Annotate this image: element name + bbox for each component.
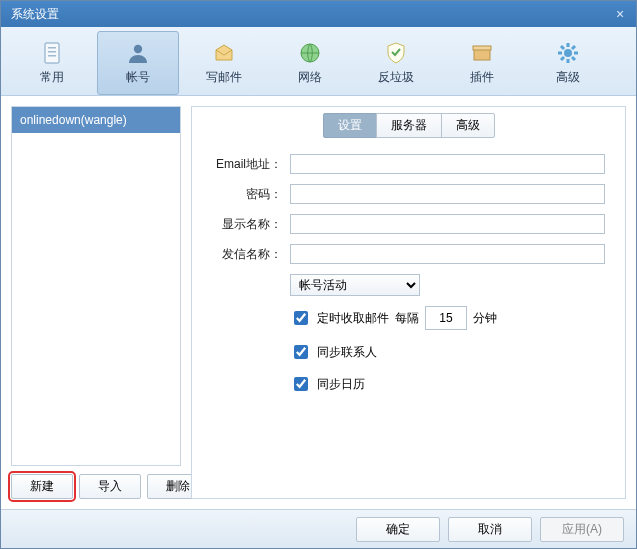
toolbar-advanced[interactable]: 高级: [527, 31, 609, 95]
minutes-label: 分钟: [473, 310, 497, 327]
subtab-settings[interactable]: 设置: [323, 113, 377, 138]
toolbar-label: 高级: [556, 69, 580, 86]
toolbar-general[interactable]: 常用: [11, 31, 93, 95]
svg-line-15: [572, 46, 575, 49]
toolbar-compose[interactable]: 写邮件: [183, 31, 265, 95]
svg-rect-7: [473, 46, 491, 50]
svg-point-8: [564, 49, 572, 57]
email-label: Email地址：: [202, 156, 290, 173]
svg-line-14: [572, 57, 575, 60]
window-title: 系统设置: [11, 6, 610, 23]
toolbar-label: 写邮件: [206, 69, 242, 86]
cancel-button[interactable]: 取消: [448, 517, 532, 542]
account-list[interactable]: onlinedown(wangle): [11, 106, 181, 466]
account-actions: 新建 导入 删除: [11, 474, 181, 499]
svg-point-4: [134, 44, 142, 52]
subtab-advanced[interactable]: 高级: [441, 113, 495, 138]
display-name-label: 显示名称：: [202, 216, 290, 233]
import-account-button[interactable]: 导入: [79, 474, 141, 499]
svg-line-16: [561, 57, 564, 60]
dialog-footer: 确定 取消 应用(A): [1, 509, 636, 548]
display-name-field[interactable]: [290, 214, 605, 234]
account-form: Email地址： 密码： 显示名称： 发信名称：: [192, 138, 625, 416]
apply-button: 应用(A): [540, 517, 624, 542]
password-label: 密码：: [202, 186, 290, 203]
titlebar: 系统设置 ×: [1, 1, 636, 27]
toolbar-antispam[interactable]: 反垃圾: [355, 31, 437, 95]
toolbar-label: 常用: [40, 69, 64, 86]
person-icon: [126, 41, 150, 65]
toolbar-label: 插件: [470, 69, 494, 86]
compose-icon: [212, 41, 236, 65]
settings-window: 系统设置 × 常用 帐号 写邮件 网络: [0, 0, 637, 549]
account-item[interactable]: onlinedown(wangle): [12, 107, 180, 133]
svg-rect-3: [48, 55, 56, 57]
autocheck-checkbox[interactable]: [294, 311, 308, 325]
content-body: onlinedown(wangle) 新建 导入 删除 设置 服务器 高级 Em…: [1, 96, 636, 509]
autocheck-label: 定时收取邮件: [317, 310, 389, 327]
main-toolbar: 常用 帐号 写邮件 网络 反垃圾: [1, 27, 636, 96]
interval-field[interactable]: [425, 306, 467, 330]
svg-rect-0: [45, 43, 59, 63]
sync-contacts-label: 同步联系人: [317, 344, 377, 361]
toolbar-network[interactable]: 网络: [269, 31, 351, 95]
sender-name-field[interactable]: [290, 244, 605, 264]
subtab-server[interactable]: 服务器: [376, 113, 442, 138]
shield-icon: [384, 41, 408, 65]
toolbar-plugins[interactable]: 插件: [441, 31, 523, 95]
toolbar-label: 帐号: [126, 69, 150, 86]
sync-calendar-label: 同步日历: [317, 376, 365, 393]
toolbar-label: 反垃圾: [378, 69, 414, 86]
account-sidebar: onlinedown(wangle) 新建 导入 删除: [11, 106, 181, 499]
toolbar-label: 网络: [298, 69, 322, 86]
ok-button[interactable]: 确定: [356, 517, 440, 542]
box-icon: [470, 41, 494, 65]
account-activity-select[interactable]: 帐号活动: [290, 274, 420, 296]
svg-rect-6: [474, 49, 490, 60]
account-detail-panel: 设置 服务器 高级 Email地址： 密码： 显示名称： 发信名称: [191, 106, 626, 499]
password-field[interactable]: [290, 184, 605, 204]
globe-icon: [298, 41, 322, 65]
close-icon[interactable]: ×: [610, 5, 630, 23]
sync-calendar-checkbox[interactable]: [294, 377, 308, 391]
svg-line-13: [561, 46, 564, 49]
subtab-bar: 设置 服务器 高级: [192, 107, 625, 138]
toolbar-account[interactable]: 帐号: [97, 31, 179, 95]
svg-rect-2: [48, 51, 56, 53]
sender-name-label: 发信名称：: [202, 246, 290, 263]
sync-contacts-checkbox[interactable]: [294, 345, 308, 359]
gear-icon: [556, 41, 580, 65]
new-account-button[interactable]: 新建: [11, 474, 73, 499]
every-label: 每隔: [395, 310, 419, 327]
page-icon: [40, 41, 64, 65]
svg-rect-1: [48, 47, 56, 49]
email-field[interactable]: [290, 154, 605, 174]
